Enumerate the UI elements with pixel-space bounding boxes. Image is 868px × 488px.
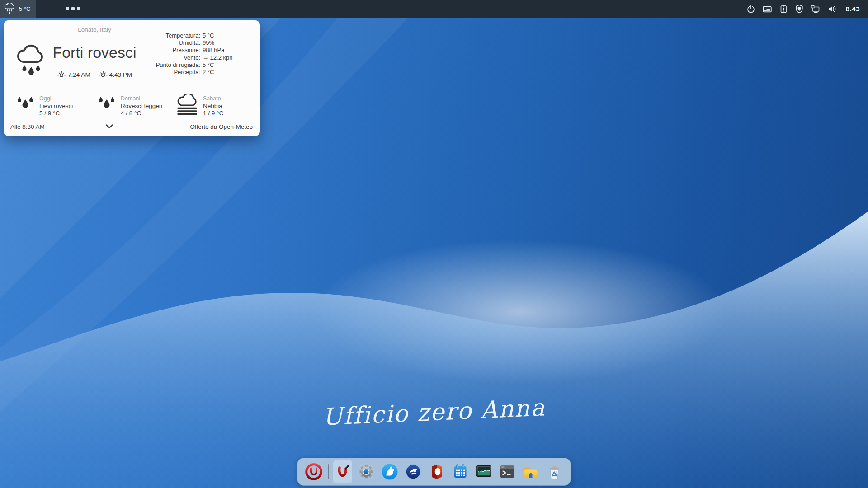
dock-item-system-monitor[interactable] [474,460,493,483]
detail-value: 95% [203,39,251,47]
installer-icon [334,463,352,481]
forecast-day: Domani [121,95,162,103]
forecast-tomorrow: Domani Rovesci leggeri 4 / 8 °C [97,94,162,118]
weather-popup: Lonato, Italy Forti rovesci 7:24 AM 4:4 [4,20,260,136]
panel-separator [87,3,87,14]
rain-drops-icon [16,94,35,118]
dock-separator [328,464,329,479]
dot-icon [66,7,69,10]
calendar-icon [451,463,469,481]
power-icon[interactable] [746,5,755,14]
clipboard-icon[interactable] [779,4,788,14]
detail-value: → 12.2 kph [203,54,251,61]
terminal-icon [498,463,516,481]
panel-weather-applet[interactable]: 5 °C [0,0,36,18]
dot-icon [71,7,75,10]
folder-icon [522,463,540,481]
forecast-saturday: Sabato Nebbia 1 / 9 °C [176,94,223,118]
system-monitor-icon [475,463,493,481]
detail-label: Vento: [114,54,200,61]
cloud-rain-icon [4,3,16,15]
display-wallpaper-icon[interactable] [762,5,772,14]
sunrise-icon [57,71,66,78]
thunderbird-icon [404,463,422,481]
panel-temperature: 5 °C [19,5,30,12]
system-tray: 8.43 [746,4,868,14]
detail-value: 988 hPa [203,47,251,54]
sunrise: 7:24 AM [57,71,90,78]
detail-label: Pressione: [114,47,200,54]
provider-attribution: Offerto da Open-Meteo [190,123,253,130]
forecast-temps: 4 / 8 °C [121,110,162,117]
network-icon[interactable] [811,5,821,14]
top-panel: 5 °C [0,0,868,18]
forecast-day: Oggi [39,95,73,103]
fog-icon [176,94,198,118]
detail-label: Percepita: [114,69,200,76]
detail-label: Punto di rugiada: [114,61,200,69]
detail-value: 2 °C [203,69,251,76]
sunrise-time: 7:24 AM [68,71,90,78]
librewolf-icon [381,463,399,481]
dock-item-librewolf-browser[interactable] [380,460,399,483]
panel-menu-dots[interactable] [66,7,80,10]
ufficiozero-logo-icon [305,463,323,481]
dock-item-ufficiozero-menu[interactable] [304,460,323,483]
last-updated: Alle 8:30 AM [10,123,45,130]
rain-drops-icon [97,94,116,118]
detail-value: 5 °C [203,61,251,69]
forecast-condition: Rovesci leggeri [121,103,162,110]
office-icon [428,463,446,481]
forecast-temps: 1 / 9 °C [203,110,223,117]
dock-item-calendar[interactable] [451,460,470,483]
dock-item-settings[interactable] [357,460,376,483]
dock-item-trash[interactable] [545,460,564,483]
forecast-day: Sabato [203,95,223,103]
trash-icon [545,463,563,481]
detail-label: Temperatura: [114,32,200,39]
forecast-condition: Nebbia [203,103,223,110]
detail-label: Umidità: [114,39,200,47]
detail-value: 5 °C [203,32,251,39]
weather-details: Temperatura: 5 °C Umidità: 95% Pressione… [114,32,251,76]
expand-chevron-down-icon[interactable] [105,122,113,130]
forecast-temps: 5 / 9 °C [39,110,73,117]
dock [297,458,571,486]
shield-icon[interactable] [795,4,804,14]
forecast-condition: Lievi rovesci [39,103,73,110]
panel-clock[interactable]: 8.43 [846,5,860,13]
sunset-icon [99,71,108,78]
dock-item-installer[interactable] [333,460,352,483]
dock-item-terminal[interactable] [498,460,517,483]
dock-item-thunderbird-mail[interactable] [404,460,423,483]
gear-icon [357,463,375,481]
volume-icon[interactable] [827,5,837,13]
forecast-today: Oggi Lievi rovesci 5 / 9 °C [16,94,73,118]
dock-item-office-suite[interactable] [427,460,446,483]
dock-item-file-manager[interactable] [521,460,540,483]
dot-icon [77,7,80,10]
